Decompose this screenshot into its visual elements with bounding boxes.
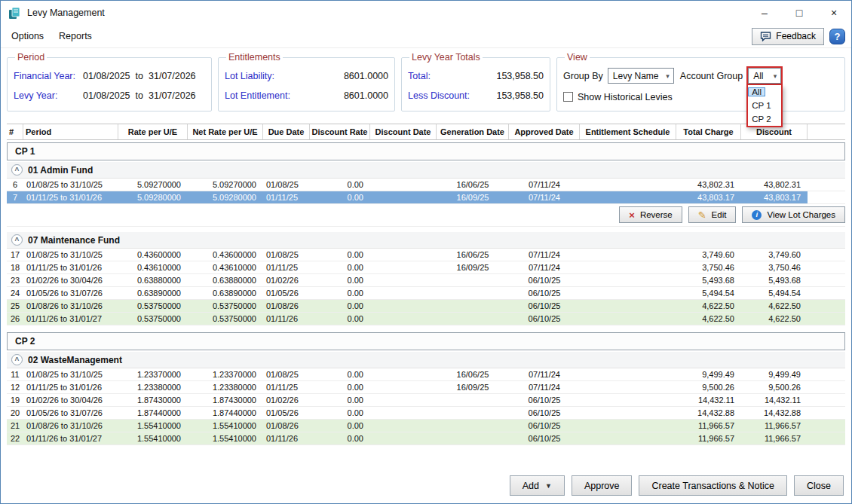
cell-net_rate: 0.53750000: [188, 300, 263, 312]
levy-row[interactable]: 2601/11/26 to 31/01/270.537500000.537500…: [7, 313, 845, 325]
dropdown-option-cp1[interactable]: CP 1: [748, 101, 774, 110]
levy-row[interactable]: 701/11/25 to 31/01/265.092800005.0928000…: [7, 191, 845, 204]
cell-net_rate: 1.55410000: [188, 420, 263, 432]
window-title: Levy Management: [27, 8, 105, 18]
row-actions: ×Reverse✎EditiView Lot Charges: [7, 204, 845, 227]
maximize-button[interactable]: □: [782, 1, 817, 25]
cell-period: 01/11/26 to 31/01/27: [23, 313, 118, 325]
close-button[interactable]: ×: [817, 1, 851, 25]
cell-period: 01/08/26 to 31/10/26: [23, 420, 118, 432]
add-button[interactable]: Add ▼: [510, 475, 565, 496]
minimize-button[interactable]: –: [747, 1, 782, 25]
column-header[interactable]: Period: [23, 124, 118, 139]
group-by-select[interactable]: Levy Name ▾: [608, 68, 674, 84]
levy-row[interactable]: 2101/08/26 to 31/10/261.554100001.554100…: [7, 420, 845, 432]
collapse-icon[interactable]: ^: [11, 234, 23, 246]
row-spacer: [808, 191, 845, 203]
cell-net_rate: 1.87440000: [188, 407, 263, 419]
financial-year-to: 31/07/2026: [149, 71, 196, 81]
column-header[interactable]: Rate per U/E: [118, 124, 188, 139]
levy-row[interactable]: 2501/08/26 to 31/10/260.537500000.537500…: [7, 300, 845, 313]
levy-row[interactable]: 1101/08/25 to 31/10/251.233700001.233700…: [7, 368, 845, 381]
levy-row[interactable]: 1901/02/26 to 30/04/261.874300001.874300…: [7, 394, 845, 407]
cell-num: 26: [7, 313, 23, 325]
cell-num: 21: [7, 420, 23, 432]
fund-group-header[interactable]: ^07 Maintenance Fund: [7, 232, 845, 249]
cell-num: 6: [7, 179, 23, 191]
column-header[interactable]: Net Rate per U/E: [188, 124, 263, 139]
levy-row[interactable]: 2301/02/26 to 30/04/260.638800000.638800…: [7, 274, 845, 287]
cell-disc_date: [370, 249, 437, 261]
cell-net_rate: 5.09270000: [188, 179, 263, 191]
cell-appr_date: 06/10/25: [509, 420, 580, 432]
levy-row[interactable]: 1201/11/25 to 31/01/261.233800001.233800…: [7, 381, 845, 394]
row-spacer: [808, 249, 845, 261]
column-header[interactable]: Generation Date: [437, 124, 509, 139]
cell-total: 5,493.68: [676, 274, 741, 286]
info-button[interactable]: iView Lot Charges: [742, 206, 845, 223]
fund-group-header[interactable]: ^01 Admin Fund: [7, 162, 845, 179]
levy-row[interactable]: 2401/05/26 to 31/07/260.638900000.638900…: [7, 287, 845, 300]
close-dialog-button[interactable]: Close: [794, 475, 844, 496]
chevron-down-icon: ▾: [769, 72, 777, 80]
column-header[interactable]: #: [7, 124, 23, 139]
dropdown-option-cp2[interactable]: CP 2: [748, 115, 774, 124]
cell-num: 19: [7, 394, 23, 406]
column-header[interactable]: Approved Date: [509, 124, 580, 139]
edit-button[interactable]: ✎Edit: [688, 206, 737, 223]
add-label: Add: [523, 481, 539, 491]
cell-disc_date: [370, 287, 437, 299]
cell-discount: 14,432.11: [741, 394, 808, 406]
reverse-button[interactable]: ×Reverse: [619, 206, 682, 223]
cell-gen_date: 16/09/25: [437, 191, 509, 203]
account-group-dropdown: All CP 1 CP 2: [746, 85, 783, 127]
cell-gen_date: [437, 300, 509, 312]
levy-row[interactable]: 2201/11/26 to 31/01/271.554100001.554100…: [7, 432, 845, 445]
dropdown-option-all[interactable]: All: [748, 87, 765, 96]
help-button[interactable]: ?: [829, 29, 845, 44]
menu-reports[interactable]: Reports: [51, 27, 100, 45]
show-historical-checkbox[interactable]: [563, 92, 573, 102]
account-group-select[interactable]: All ▾: [748, 68, 781, 84]
cell-total: 43,803.17: [676, 191, 741, 203]
row-spacer: [808, 368, 845, 380]
cell-discount: 43,803.17: [741, 191, 808, 203]
action-label: Edit: [712, 210, 727, 219]
cell-net_rate: 5.09280000: [188, 191, 263, 203]
action-label: Reverse: [640, 210, 673, 219]
cell-total: 4,622.50: [676, 313, 741, 325]
cell-disc_rate: 0.00: [310, 394, 370, 406]
cell-disc_date: [370, 300, 437, 312]
cell-gen_date: 16/09/25: [437, 381, 509, 393]
menu-options[interactable]: Options: [4, 27, 51, 45]
cell-gen_date: 16/06/25: [437, 249, 509, 261]
levy-row[interactable]: 601/08/25 to 31/10/255.092700005.0927000…: [7, 179, 845, 191]
column-header[interactable]: Discount Rate: [310, 124, 370, 139]
column-header[interactable]: Total Charge: [676, 124, 741, 139]
show-historical-label: Show Historical Levies: [578, 92, 673, 102]
approve-label: Approve: [584, 481, 620, 491]
fund-group-header[interactable]: ^02 WasteManagement: [7, 352, 845, 368]
cell-ent_sched: [580, 191, 676, 203]
levy-row[interactable]: 2001/05/26 to 31/07/261.874400001.874400…: [7, 407, 845, 420]
feedback-button[interactable]: Feedback: [752, 28, 824, 45]
column-header[interactable]: Discount Date: [370, 124, 437, 139]
cell-disc_date: [370, 179, 437, 191]
create-transactions-button[interactable]: Create Transactions & Notice: [639, 475, 787, 496]
column-header[interactable]: Due Date: [263, 124, 310, 139]
group-by-label: Group By: [563, 71, 603, 81]
collapse-icon[interactable]: ^: [11, 354, 23, 365]
levy-row[interactable]: 1701/08/25 to 31/10/250.436000000.436000…: [7, 249, 845, 261]
cell-discount: 5,493.68: [741, 274, 808, 286]
cell-disc_rate: 0.00: [310, 261, 370, 273]
collapse-icon[interactable]: ^: [11, 164, 23, 176]
fund-name: 01 Admin Fund: [28, 165, 93, 176]
period-panel-title: Period: [15, 52, 47, 63]
cell-rate: 1.87440000: [118, 407, 188, 419]
lot-entitlement-label: Lot Entitlement:: [225, 90, 290, 101]
cell-rate: 5.09270000: [118, 179, 188, 191]
approve-button[interactable]: Approve: [572, 475, 633, 496]
cell-period: 01/05/26 to 31/07/26: [23, 287, 118, 299]
column-header[interactable]: Entitlement Schedule: [580, 124, 676, 139]
levy-row[interactable]: 1801/11/25 to 31/01/260.436100000.436100…: [7, 261, 845, 274]
